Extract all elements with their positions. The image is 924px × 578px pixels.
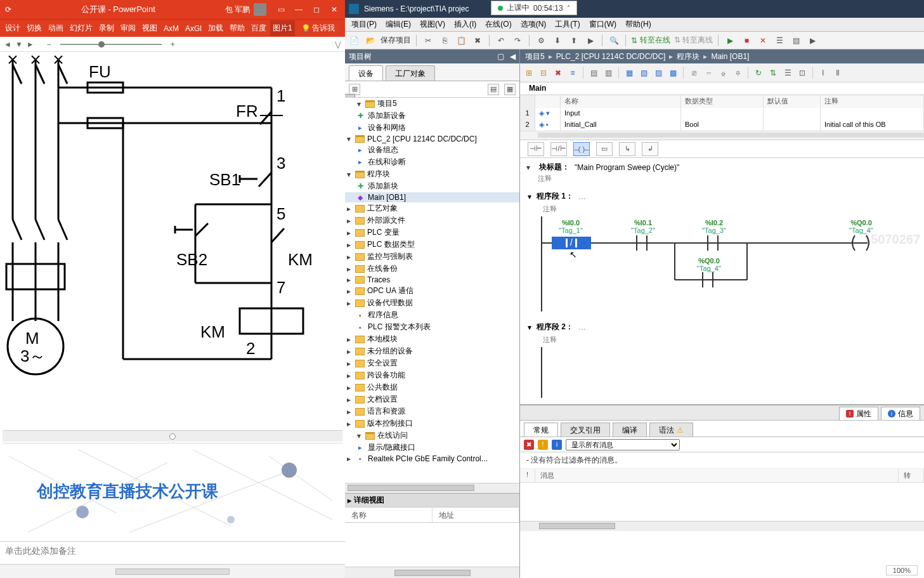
tree-item[interactable]: 添加新设备 [368, 110, 406, 121]
twisty-icon[interactable]: ▸ [345, 383, 353, 392]
cut-icon[interactable]: ✂ [422, 34, 434, 47]
tool-icon[interactable]: ▨ [652, 67, 665, 79]
tree-view-icon[interactable]: ▤ [488, 84, 499, 95]
block-comment[interactable]: 注释 [520, 174, 924, 187]
tree-tool-icon[interactable]: ⊞ [349, 84, 360, 95]
contact-tag[interactable]: %Q0.0"Tag_4" [690, 257, 728, 272]
tree-item[interactable]: 语言和资源 [367, 406, 405, 417]
slide-canvas[interactable]: FU FR SB1 SB2 KM KM M 3～ 1 3 5 7 2 [3, 55, 341, 429]
tree-item[interactable]: 工艺对象 [367, 203, 398, 214]
tool-icon[interactable]: ≡ [566, 67, 579, 79]
subtab-general[interactable]: 常规 [524, 423, 558, 437]
twisty-icon[interactable]: ▸ [345, 371, 353, 380]
ribbon-tab[interactable]: 录制 [96, 20, 117, 36]
tree-item[interactable]: 外部源文件 [367, 215, 405, 226]
tree-tab-devices[interactable]: 设备 [349, 65, 383, 81]
block-title-value[interactable]: "Main Program Sweep (Cycle)" [575, 163, 679, 172]
collapse-icon[interactable]: ⋁ [335, 40, 341, 49]
bulb-icon[interactable]: 💡 [301, 24, 311, 33]
ribbon-tab[interactable]: 百度 [249, 20, 269, 36]
ppt-horizontal-scrollbar[interactable] [115, 568, 230, 575]
lad-box-icon[interactable]: ▭ [596, 142, 613, 156]
go-online-button[interactable]: ⇅ 转至在线 [631, 35, 670, 46]
tool-icon[interactable]: ⎒ [717, 67, 729, 79]
twisty-icon[interactable]: ▸ [345, 299, 353, 308]
twisty-icon[interactable]: ▾ [345, 170, 353, 179]
twisty-icon[interactable]: ▸ [345, 419, 353, 428]
tree-item[interactable]: OPC UA 通信 [367, 286, 413, 296]
tree-item[interactable]: 未分组的设备 [367, 346, 413, 357]
tree-item[interactable]: 监控与强制表 [367, 251, 413, 262]
tree-item[interactable]: PLC 变量 [367, 227, 400, 238]
menu-item[interactable]: 视图(V) [417, 18, 448, 31]
subtab-syntax[interactable]: 语法⚠ [649, 423, 693, 437]
save-project-button[interactable]: 保存项目 [381, 35, 411, 46]
tree-bottom-scroll[interactable] [345, 567, 519, 578]
chevron-right-icon[interactable]: ▸ [348, 496, 351, 505]
tool-icon[interactable]: ⎓ [702, 67, 715, 79]
network-1[interactable]: ▾ 程序段 1： … 注释 [520, 187, 924, 318]
tell-me[interactable]: 告诉我 [312, 23, 335, 34]
new-project-icon[interactable]: 📄 [348, 34, 360, 47]
tree-item[interactable]: 添加新块 [368, 181, 398, 192]
subtab-compile[interactable]: 编译 [613, 423, 647, 437]
ribbon-tab[interactable]: AxM [161, 22, 181, 36]
tool-icon[interactable]: ▦ [623, 67, 635, 79]
message-filter-select[interactable]: 显示所有消息 [566, 439, 680, 450]
ppt-ribbon-opts-icon[interactable]: ▭ [275, 4, 287, 15]
undo-icon[interactable]: ↶ [495, 34, 507, 47]
zoom-slider[interactable] [60, 44, 162, 45]
breadcrumb-item[interactable]: Main [OB1] [711, 52, 749, 61]
menu-item[interactable]: 选项(N) [518, 18, 549, 31]
down-arrow-icon[interactable]: ▼ [15, 40, 23, 49]
minimize-icon[interactable]: — [293, 4, 304, 15]
tree-pin-icon[interactable]: ◀ [510, 52, 516, 61]
tool-icon[interactable]: Ⅰ [817, 67, 830, 79]
warning-filter-icon[interactable]: ! [538, 440, 548, 450]
coil-tag[interactable]: %Q0.0"Tag_4" [842, 219, 880, 234]
copy-icon[interactable]: ⎘ [438, 34, 451, 47]
grid-scroll-x[interactable] [520, 131, 924, 140]
error-filter-icon[interactable]: ✖ [524, 440, 534, 450]
twisty-icon[interactable]: ▾ [528, 323, 531, 332]
ribbon-tab[interactable]: AxGl [183, 22, 204, 36]
zoom-out-icon[interactable]: − [47, 40, 51, 49]
ribbon-tab[interactable]: 视图 [140, 20, 160, 36]
contact-tag[interactable]: %I0.0"Tag_1" [552, 219, 590, 234]
tree-item[interactable]: 文档设置 [367, 394, 398, 405]
ladder-rung-2[interactable] [538, 347, 920, 398]
menu-item[interactable]: 编辑(E) [383, 18, 413, 31]
tool-icon[interactable]: ↻ [752, 67, 765, 79]
tree-item[interactable]: 在线备份 [367, 263, 398, 274]
lad-coil-icon[interactable]: –( )– [573, 142, 590, 156]
twisty-icon[interactable]: ▾ [345, 135, 353, 143]
twisty-icon[interactable]: ▸ [345, 265, 353, 273]
tool-icon[interactable]: ⎚ [687, 67, 700, 79]
tool-icon[interactable]: ⊞ [523, 67, 535, 79]
info-filter-icon[interactable]: i [552, 440, 562, 450]
ribbon-tab[interactable]: 加载 [205, 20, 226, 36]
tree-item[interactable]: 显示/隐藏接口 [368, 442, 415, 453]
tree-item[interactable]: 设备和网络 [368, 122, 406, 133]
twisty-icon[interactable]: ▾ [528, 192, 531, 201]
network-comment[interactable]: 注释 [525, 335, 920, 347]
ppt-avatar[interactable] [254, 3, 266, 16]
breadcrumb-item[interactable]: 程序块 [677, 51, 700, 62]
menu-item[interactable]: 工具(T) [552, 18, 582, 31]
tree-item[interactable]: PLC 数据类型 [367, 239, 415, 250]
tool-icon[interactable]: ⊡ [796, 67, 809, 79]
tree-item[interactable]: 安全设置 [367, 358, 398, 369]
twisty-icon[interactable]: ▸ [345, 240, 353, 249]
tree-item[interactable]: 设备代理数据 [367, 298, 413, 308]
detail-view-header[interactable]: ▸ 详细视图 [345, 493, 519, 507]
tool-icon[interactable]: ✖ [552, 67, 564, 79]
tree-item[interactable]: Traces [367, 275, 390, 284]
tab-properties[interactable]: !属性 [839, 407, 878, 420]
tree-item[interactable]: 在线访问 [377, 430, 408, 441]
tool-icon[interactable]: ▤ [587, 67, 600, 79]
tool-icon[interactable]: ▥ [602, 67, 615, 79]
tree-item[interactable]: 跨设备功能 [367, 370, 405, 381]
tool-icon[interactable]: ⎑ [731, 67, 744, 79]
msg-col-message[interactable]: 消息 [535, 469, 899, 482]
twisty-icon[interactable]: ▸ [345, 216, 353, 225]
